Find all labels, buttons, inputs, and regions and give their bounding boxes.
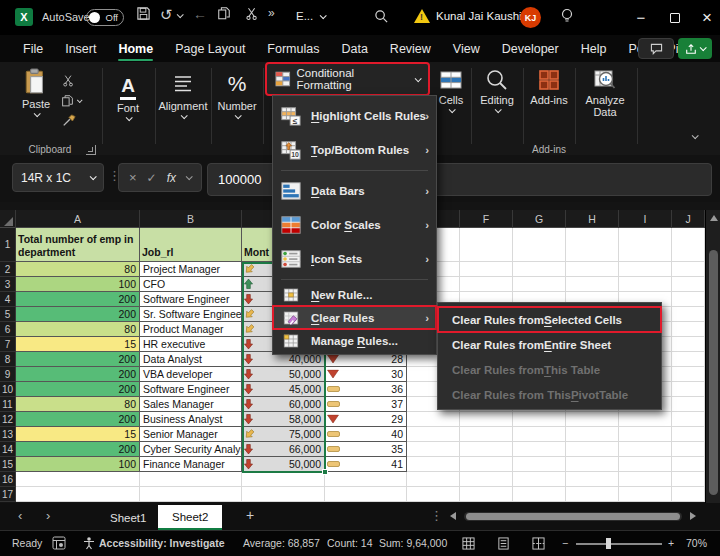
normal-view-button[interactable] — [462, 537, 475, 550]
cell-D16[interactable] — [325, 472, 407, 487]
add-sheet-button[interactable]: + — [246, 507, 254, 523]
row-header-5[interactable]: 5 — [0, 307, 16, 322]
cell-E15[interactable] — [407, 457, 460, 472]
cell-A16[interactable] — [16, 472, 140, 487]
column-header-b[interactable]: B — [140, 210, 242, 228]
cell-C11[interactable]: 60,000 — [242, 397, 325, 412]
cell-A15[interactable]: 100 — [16, 457, 140, 472]
cell-B15[interactable]: Finance Manager — [140, 457, 242, 472]
scroll-up-icon[interactable] — [710, 215, 718, 221]
tab-insert[interactable]: Insert — [54, 35, 107, 62]
cell-B6[interactable]: Product Manager — [140, 322, 242, 337]
cell-J4[interactable] — [672, 292, 705, 307]
analyze-data-button[interactable]: Analyze Data — [578, 68, 632, 118]
cell-F16[interactable] — [460, 472, 513, 487]
cell-I16[interactable] — [619, 472, 672, 487]
vertical-scroll-thumb[interactable] — [709, 250, 718, 495]
cell-C16[interactable] — [242, 472, 325, 487]
cell-B14[interactable]: Cyber Security Analys — [140, 442, 242, 457]
paste-button[interactable]: Paste — [14, 68, 58, 117]
account-name[interactable]: Kunal Jai Kaushik — [436, 10, 527, 22]
tab-view[interactable]: View — [442, 35, 491, 62]
cell-G1[interactable] — [513, 228, 566, 262]
cell-J1[interactable] — [672, 228, 705, 262]
cell-G13[interactable] — [513, 427, 566, 442]
minimize-button[interactable]: − — [624, 0, 658, 35]
cell-J5[interactable] — [672, 307, 705, 322]
sheet-tab-sheet2[interactable]: Sheet2 — [158, 505, 222, 530]
column-header-f[interactable]: F — [460, 210, 513, 228]
cell-A3[interactable]: 100 — [16, 277, 140, 292]
cell-F17[interactable] — [460, 487, 513, 502]
ribbon-collapse-chevron-icon[interactable] — [692, 132, 699, 139]
cell-J9[interactable] — [672, 367, 705, 382]
cell-E17[interactable] — [407, 487, 460, 502]
copy-button[interactable] — [217, 6, 231, 21]
fill-handle[interactable] — [322, 469, 328, 475]
cell-B13[interactable]: Senior Manager — [140, 427, 242, 442]
cell-B4[interactable]: Software Engineer — [140, 292, 242, 307]
cell-D14[interactable]: 35 — [325, 442, 407, 457]
cell-J7[interactable] — [672, 337, 705, 352]
cell-F2[interactable] — [460, 262, 513, 277]
vertical-scrollbar[interactable] — [705, 210, 720, 503]
cell-B17[interactable] — [140, 487, 242, 502]
format-painter-button[interactable] — [62, 114, 76, 128]
cell-C17[interactable] — [242, 487, 325, 502]
cell-D13[interactable]: 40 — [325, 427, 407, 442]
cell-J14[interactable] — [672, 442, 705, 457]
tab-data[interactable]: Data — [330, 35, 378, 62]
row-header-2[interactable]: 2 — [0, 262, 16, 277]
cell-J10[interactable] — [672, 382, 705, 397]
cancel-icon[interactable]: × — [129, 170, 137, 185]
conditional-formatting-button[interactable]: Conditional Formatting — [267, 64, 428, 94]
cell-B9[interactable]: VBA developer — [140, 367, 242, 382]
cell-B16[interactable] — [140, 472, 242, 487]
menu-item-clear-rules[interactable]: Clear Rules› — [273, 306, 436, 329]
cell-H2[interactable] — [566, 262, 619, 277]
row-header-3[interactable]: 3 — [0, 277, 16, 292]
row-header-10[interactable]: 10 — [0, 382, 16, 397]
row-header-9[interactable]: 9 — [0, 367, 16, 382]
cell-D15[interactable]: 41 — [325, 457, 407, 472]
cell-F12[interactable] — [460, 412, 513, 427]
hscroll-right-icon[interactable] — [690, 512, 696, 520]
row-header-6[interactable]: 6 — [0, 322, 16, 337]
cell-I17[interactable] — [619, 487, 672, 502]
cell-B8[interactable]: Data Analyst — [140, 352, 242, 367]
zoom-slider[interactable] — [576, 543, 662, 545]
search-button[interactable] — [374, 9, 389, 24]
cell-J11[interactable] — [672, 397, 705, 412]
cell-C14[interactable]: 66,000 — [242, 442, 325, 457]
cell-J2[interactable] — [672, 262, 705, 277]
menu-item-manage-rules[interactable]: Manage Rules... — [273, 329, 436, 352]
cell-F13[interactable] — [460, 427, 513, 442]
autosave-toggle[interactable]: Off — [86, 9, 124, 26]
row-header-4[interactable]: 4 — [0, 292, 16, 307]
cell-G3[interactable] — [513, 277, 566, 292]
row-header-7[interactable]: 7 — [0, 337, 16, 352]
menu-item-highlight-cells-rules[interactable]: ≤Highlight Cells Rules› — [273, 99, 436, 133]
cell-J6[interactable] — [672, 322, 705, 337]
horizontal-scrollbar[interactable] — [464, 512, 682, 521]
row-header-15[interactable]: 15 — [0, 457, 16, 472]
cell-J17[interactable] — [672, 487, 705, 502]
ribbon-copy-button[interactable] — [61, 94, 81, 108]
cell-E13[interactable] — [407, 427, 460, 442]
addins-button[interactable]: Add-ins — [526, 68, 572, 106]
tab-dots-icon[interactable]: ⋮ — [430, 508, 443, 523]
cell-C15[interactable]: 50,000 — [242, 457, 325, 472]
cell-D10[interactable]: 36 — [325, 382, 407, 397]
cell-F3[interactable] — [460, 277, 513, 292]
menu-item-icon-sets[interactable]: Icon Sets› — [273, 242, 436, 276]
cell-A1[interactable]: Total number of emp in department — [16, 228, 140, 262]
cell-H12[interactable] — [566, 412, 619, 427]
select-all-corner[interactable] — [0, 210, 16, 228]
cell-G17[interactable] — [513, 487, 566, 502]
cell-B3[interactable]: CFO — [140, 277, 242, 292]
ideas-button[interactable] — [560, 8, 574, 24]
cell-D11[interactable]: 37 — [325, 397, 407, 412]
cell-E16[interactable] — [407, 472, 460, 487]
cell-A8[interactable]: 200 — [16, 352, 140, 367]
cell-H16[interactable] — [566, 472, 619, 487]
